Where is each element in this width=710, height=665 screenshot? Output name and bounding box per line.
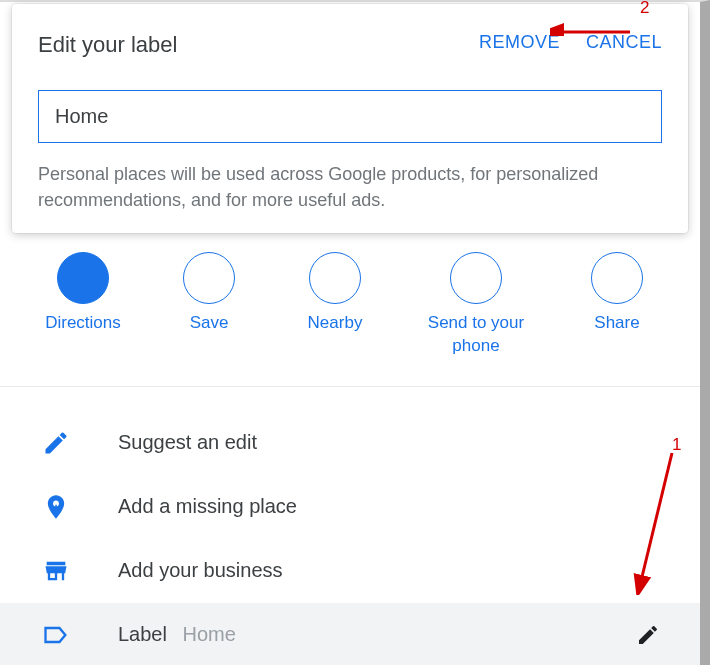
store-plus-icon	[42, 557, 70, 585]
nearby-icon	[309, 252, 361, 304]
add-missing-place-label: Add a missing place	[118, 495, 660, 518]
dialog-helper-text: Personal places will be used across Goog…	[38, 161, 662, 213]
nearby-label: Nearby	[308, 312, 363, 335]
nearby-button[interactable]: Nearby	[290, 252, 380, 358]
send-to-phone-button[interactable]: Send to your phone	[416, 252, 536, 358]
label-text: Label Home	[118, 623, 636, 646]
pencil-icon	[42, 429, 70, 457]
share-label: Share	[594, 312, 639, 335]
edit-label-icon[interactable]	[636, 623, 660, 647]
add-business-row[interactable]: Add your business	[0, 539, 700, 603]
suggest-edit-row[interactable]: Suggest an edit	[0, 411, 700, 475]
options-list: Suggest an edit Add a missing place Add …	[0, 387, 700, 665]
phone-icon	[450, 252, 502, 304]
label-label: Label	[118, 623, 167, 645]
dialog-header: Edit your label REMOVE CANCEL	[38, 32, 662, 58]
cancel-button[interactable]: CANCEL	[586, 32, 662, 53]
save-label: Save	[190, 312, 229, 335]
share-button[interactable]: Share	[572, 252, 662, 358]
label-icon	[42, 621, 70, 649]
remove-button[interactable]: REMOVE	[479, 32, 560, 53]
edit-label-dialog: Edit your label REMOVE CANCEL Personal p…	[12, 4, 688, 233]
directions-button[interactable]: Directions	[38, 252, 128, 358]
save-button[interactable]: Save	[164, 252, 254, 358]
share-icon	[591, 252, 643, 304]
directions-label: Directions	[45, 312, 121, 335]
label-input[interactable]	[38, 90, 662, 143]
dialog-title: Edit your label	[38, 32, 177, 58]
bookmark-icon	[183, 252, 235, 304]
send-label: Send to your phone	[416, 312, 536, 358]
pin-plus-icon	[42, 493, 70, 521]
suggest-edit-label: Suggest an edit	[118, 431, 660, 454]
add-missing-place-row[interactable]: Add a missing place	[0, 475, 700, 539]
add-business-label: Add your business	[118, 559, 660, 582]
directions-icon	[57, 252, 109, 304]
label-row[interactable]: Label Home	[0, 603, 700, 665]
label-value: Home	[183, 623, 236, 645]
dialog-actions: REMOVE CANCEL	[479, 32, 662, 53]
